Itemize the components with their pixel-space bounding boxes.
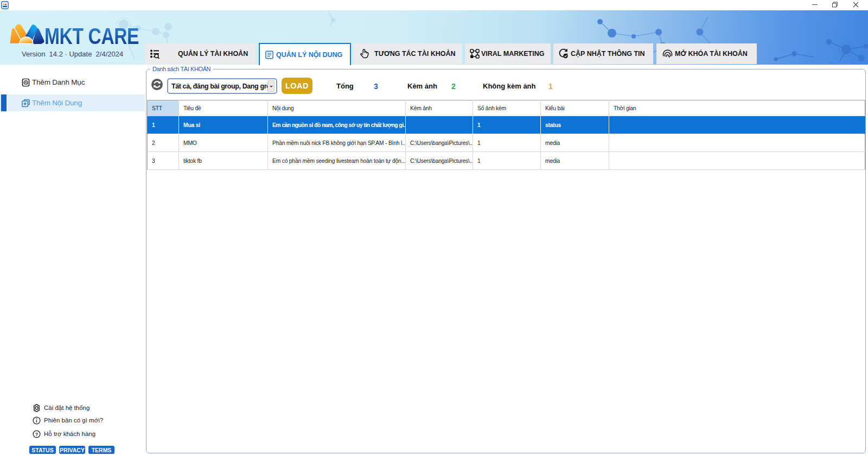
svg-text:?: ? xyxy=(35,431,39,437)
